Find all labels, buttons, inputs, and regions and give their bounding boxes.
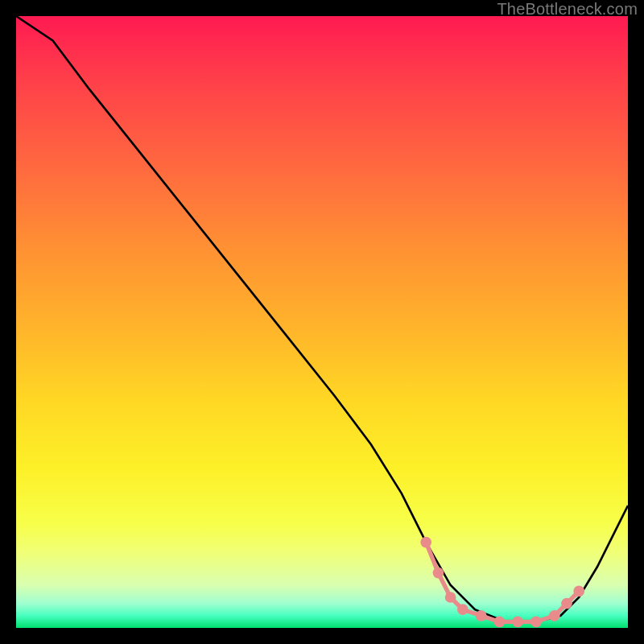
chart-svg: [16, 16, 628, 628]
marker-dot: [457, 604, 469, 615]
marker-dot: [494, 617, 506, 628]
marker-dot: [445, 592, 456, 603]
marker-dot: [530, 617, 542, 628]
main-curve: [16, 16, 628, 621]
marker-dot: [549, 610, 560, 621]
marker-dot: [573, 586, 584, 597]
marker-dot: [512, 617, 523, 628]
marker-dot: [420, 537, 431, 548]
chart-frame: TheBottleneck.com: [0, 0, 644, 644]
marker-dot: [433, 568, 444, 579]
marker-dot: [476, 610, 487, 621]
plot-area: [16, 16, 628, 628]
marker-dot: [561, 598, 572, 609]
